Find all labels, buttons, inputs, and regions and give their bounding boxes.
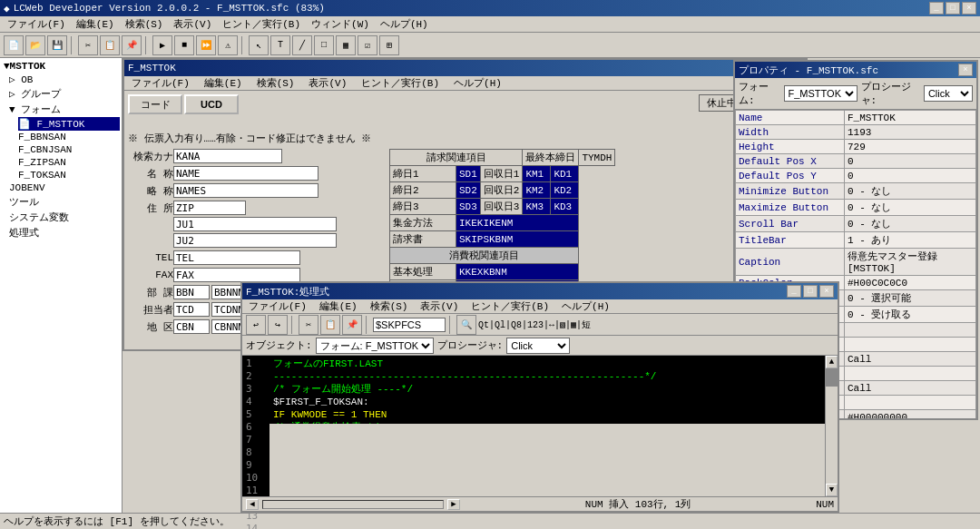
copy-button[interactable]: 📋: [100, 35, 120, 55]
scroll-right[interactable]: ▶: [447, 499, 460, 510]
row-seikyu-val[interactable]: SKIPSKBNM: [456, 231, 579, 248]
tree-root-label[interactable]: MSTTOK: [10, 61, 46, 72]
code-maximize[interactable]: □: [803, 285, 818, 298]
tree-item-zipsan[interactable]: F_ZIPSAN: [18, 156, 120, 169]
addr2-input[interactable]: [173, 233, 337, 248]
tree-item-form[interactable]: ▼ フォーム: [9, 102, 120, 117]
tree-root-expand[interactable]: ▼: [4, 61, 10, 72]
menu-window[interactable]: ウィンド(W): [306, 16, 375, 32]
code-object-select[interactable]: フォーム: F_MSTTOK: [316, 338, 434, 354]
row-km1[interactable]: KM1: [523, 166, 551, 182]
prop-value[interactable]: 0 - 受け取る: [845, 307, 976, 323]
restore-button[interactable]: □: [946, 2, 960, 15]
close-button[interactable]: ×: [962, 2, 976, 15]
prop-value[interactable]: 1 - あり: [845, 232, 976, 249]
code-menu-search[interactable]: 検索(S): [368, 299, 411, 313]
form-menu-file[interactable]: ファイル(F): [128, 76, 193, 90]
other-button[interactable]: ⊞: [379, 35, 399, 55]
text-button[interactable]: T: [270, 35, 290, 55]
row-kd2[interactable]: KD2: [551, 182, 579, 199]
name-input[interactable]: [173, 166, 318, 181]
area-code-input[interactable]: [173, 319, 210, 334]
row-kd1[interactable]: KD1: [551, 166, 579, 182]
props-form-select[interactable]: F_MSTTOK: [784, 85, 858, 102]
tree-item-group[interactable]: ▷ グループ: [9, 86, 120, 102]
code-scrollbar[interactable]: ▲ ▼: [825, 356, 838, 496]
run-button[interactable]: ▶: [152, 35, 172, 55]
grid-button[interactable]: ▦: [336, 35, 356, 55]
prop-value[interactable]: #H00000000: [845, 410, 976, 419]
tree-item-bbnsan[interactable]: F_BBNSAN: [18, 131, 120, 143]
prop-value[interactable]: 0 - 選択可能: [845, 290, 976, 307]
code-redo[interactable]: ↪: [268, 315, 288, 335]
tree-item-msttok[interactable]: 📄 F_MSTTOK: [18, 117, 120, 131]
code-copy[interactable]: 📋: [320, 315, 340, 335]
tree-item-cbnsan[interactable]: F_CBNJSAN: [18, 143, 120, 156]
prop-value[interactable]: 0 - なし: [845, 183, 976, 200]
prop-value[interactable]: 0: [845, 169, 976, 183]
prop-value[interactable]: 0 - なし: [845, 200, 976, 216]
rect-button[interactable]: □: [314, 35, 334, 55]
warn-button[interactable]: ⚠: [218, 35, 238, 55]
row-km3[interactable]: KM3: [523, 199, 551, 215]
prop-value[interactable]: [845, 323, 976, 338]
paste-button[interactable]: 📌: [122, 35, 142, 55]
code-body[interactable]: フォームのFIRST.LAST ------------------------…: [270, 356, 825, 424]
row-ikekiho-val[interactable]: IKEKIKENM: [456, 215, 579, 231]
prop-value[interactable]: 729: [845, 140, 976, 154]
row-km2[interactable]: KM2: [523, 182, 551, 199]
row-kihon-val[interactable]: KKEXKBNM: [456, 264, 579, 280]
tree-item-tools[interactable]: ツール: [9, 194, 120, 210]
code-cut[interactable]: ✂: [299, 315, 318, 335]
row-kd3[interactable]: KD3: [551, 199, 579, 215]
cut-button[interactable]: ✂: [78, 35, 98, 55]
form-menu-help[interactable]: ヘルプ(H): [450, 76, 505, 90]
addr1-input[interactable]: [173, 217, 337, 231]
tree-item-procs[interactable]: 処理式: [9, 225, 120, 240]
short-input[interactable]: [173, 183, 318, 198]
code-search[interactable]: 🔍: [456, 315, 476, 335]
props-close[interactable]: ×: [958, 64, 973, 76]
menu-help[interactable]: ヘルプ(H): [375, 16, 434, 32]
tree-root[interactable]: ▼ MSTTOK: [2, 60, 120, 73]
code-menu-hint[interactable]: ヒント／実行(B): [468, 299, 552, 313]
form-menu-search[interactable]: 検索(S): [253, 76, 299, 90]
code-menu-edit[interactable]: 編集(E): [317, 299, 360, 313]
prop-value[interactable]: #H00C0C0C0: [845, 276, 976, 290]
tel-input[interactable]: [173, 250, 300, 265]
tree-item-sysvars[interactable]: システム変数: [9, 210, 120, 225]
menu-file[interactable]: ファイル(F): [2, 16, 71, 32]
fax-input[interactable]: [173, 268, 300, 282]
dept-code-input[interactable]: [173, 285, 210, 299]
prop-value[interactable]: 1193: [845, 125, 976, 140]
form-menu-view[interactable]: 表示(V): [305, 76, 350, 90]
code-field-input[interactable]: [373, 318, 446, 332]
code-button[interactable]: コード: [128, 94, 182, 114]
tree-item-ob[interactable]: ▷ OB: [9, 73, 120, 86]
code-close[interactable]: ×: [819, 285, 834, 298]
code-menu-view[interactable]: 表示(V): [417, 299, 461, 313]
prop-value[interactable]: Call: [845, 352, 976, 367]
prop-value[interactable]: Call: [845, 381, 976, 396]
prop-value[interactable]: [845, 367, 976, 381]
zip-input[interactable]: [173, 201, 246, 215]
code-paste[interactable]: 📌: [342, 315, 362, 335]
cursor-button[interactable]: ↖: [249, 35, 269, 55]
prop-value[interactable]: F_MSTTOK: [845, 111, 976, 125]
menu-view[interactable]: 表示(V): [168, 16, 217, 32]
code-menu-help[interactable]: ヘルプ(H): [559, 299, 612, 313]
menu-search[interactable]: 検索(S): [120, 16, 169, 32]
code-proc-select[interactable]: Click: [506, 338, 570, 354]
scroll-left[interactable]: ◀: [246, 499, 259, 510]
new-button[interactable]: 📄: [4, 35, 24, 55]
line-button[interactable]: ╱: [292, 35, 312, 55]
code-minimize[interactable]: _: [787, 285, 801, 298]
menu-edit[interactable]: 編集(E): [71, 16, 120, 32]
row-sd1[interactable]: SD1: [456, 166, 481, 182]
minimize-button[interactable]: _: [929, 2, 944, 15]
search-input[interactable]: [173, 149, 282, 163]
row-sd3[interactable]: SD3: [456, 199, 481, 215]
save-button[interactable]: 💾: [47, 35, 67, 55]
form-menu-hint[interactable]: ヒント／実行(B): [358, 76, 443, 90]
prop-value[interactable]: 0: [845, 154, 976, 169]
